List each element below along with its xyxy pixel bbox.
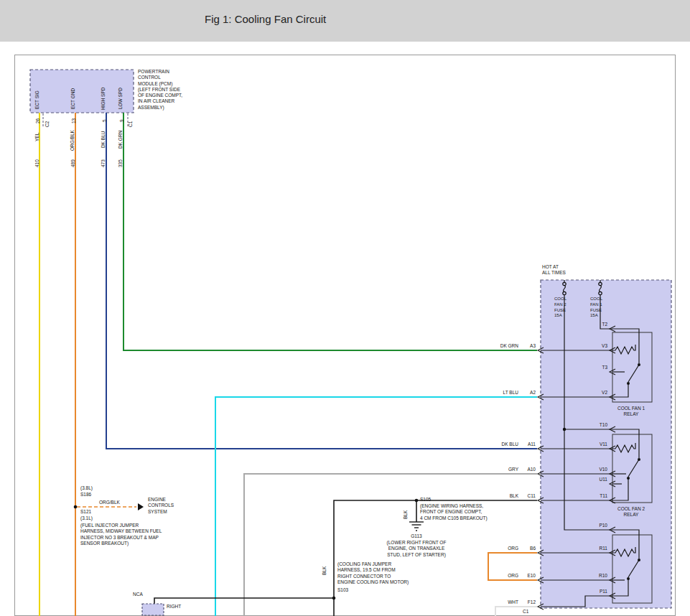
- relay1-pin-v2: V2: [589, 390, 607, 395]
- fuse-cool-fan-2-label: COOL FAN 2 FUSE 15A: [554, 297, 567, 319]
- relay2-pin-t10: T10: [589, 422, 607, 427]
- pcm-description: POWERTRAIN CONTROL MODULE (PCM) (LEFT FR…: [138, 69, 182, 111]
- input-color-blk: BLK: [488, 493, 518, 499]
- pcm-pin-signal-high-spd: HIGH SPD: [101, 88, 106, 110]
- s121-name: S121: [80, 509, 91, 515]
- input-color-gry: GRY: [488, 467, 518, 472]
- relay2-pin-v10: V10: [589, 467, 607, 472]
- pcm-connector-c1: C1: [128, 121, 134, 127]
- s105-description: (ENGINE WIRING HARNESS, FRONT OF ENGINE …: [420, 503, 488, 521]
- relay3-pin-p11: P11: [589, 589, 607, 594]
- pcm-pin-number-13: 13: [71, 118, 77, 123]
- g113-description: (LOWER RIGHT FRONT OF ENGINE, ON TRANSAX…: [379, 540, 454, 558]
- input-color-org-e10: ORG: [488, 573, 518, 579]
- s186-name: S186: [80, 492, 91, 498]
- relay1-pin-v3: V3: [589, 343, 607, 348]
- input-pin-a3: A3: [521, 343, 536, 349]
- wire-color-dkgrn: DK GRN: [118, 131, 123, 149]
- nca-label: NCA: [133, 592, 143, 597]
- s103-wire-label: BLK: [322, 566, 327, 575]
- relay3-pin-r11: R11: [589, 546, 607, 551]
- input-color-dkgrn: DK GRN: [488, 343, 518, 349]
- pcm-pin-signal-ect-gnd: ECT GND: [70, 88, 76, 109]
- relay1-pin-t3: T3: [589, 365, 607, 370]
- circuit-489: 489: [70, 159, 76, 167]
- s105-wire-label: BLK: [403, 510, 409, 519]
- pcm-pin-number-9: 9: [119, 119, 125, 122]
- cool-fan-2-relay-label: COOL FAN 2 RELAY: [609, 506, 653, 518]
- input-pin-e10: E10: [521, 573, 536, 579]
- s186-wire-label: ORG/BLK: [99, 500, 120, 505]
- s121-description: (FUEL INJECTOR JUMPER HARNESS, MIDWAY BE…: [80, 523, 162, 546]
- relay3-pin-r10: R10: [589, 573, 607, 578]
- engine-controls-system: ENGINE CONTROLS SYSTEM: [148, 497, 174, 515]
- s121-engine: (3.1L): [80, 515, 93, 521]
- g113-name: G113: [397, 533, 436, 539]
- circuit-473: 473: [101, 159, 106, 167]
- right-fan-label: RIGHT: [167, 604, 181, 610]
- input-pin-f12: F12: [521, 599, 536, 605]
- relay3-pin-p10: P10: [589, 523, 607, 528]
- input-pin-a11: A11: [521, 442, 536, 447]
- relay2-pin-t11: T11: [589, 493, 607, 498]
- panel-connector-c1: C1: [523, 609, 528, 615]
- input-pin-b6: B6: [521, 546, 536, 551]
- input-color-ltblu: LT BLU: [488, 390, 518, 396]
- wire-color-yel: YEL: [34, 133, 40, 141]
- pcm-pin-signal-ect-sig: ECT SIG: [34, 90, 40, 109]
- relay2-pin-v11: V11: [589, 442, 607, 447]
- circuit-410: 410: [34, 159, 40, 167]
- wire-color-dkblu: DK BLU: [101, 131, 106, 148]
- s186-engine: (3.8L): [80, 485, 93, 491]
- right-fan-connector-box: [142, 604, 164, 615]
- diagram-page: Fig 1: Cooling Fan Circuit: [0, 0, 690, 616]
- circuit-335: 335: [118, 159, 123, 167]
- wire-color-orgblk: ORG/BLK: [70, 130, 75, 151]
- input-color-org-b6: ORG: [488, 546, 518, 551]
- relay2-pin-u11: U11: [589, 477, 607, 482]
- input-pin-a10: A10: [521, 467, 536, 472]
- s105-name: S105: [420, 497, 431, 503]
- pcm-pin-number-26: 26: [35, 118, 41, 123]
- input-pin-c11: C11: [521, 493, 536, 499]
- input-pin-a2: A2: [521, 390, 536, 396]
- hot-at-all-times: HOT AT ALL TIMES: [542, 264, 566, 276]
- pcm-pin-signal-low-spd: LOW SPD: [118, 88, 123, 109]
- pcm-connector-c2: C2: [45, 121, 50, 127]
- relay1-pin-t2: T2: [589, 322, 607, 327]
- fuse-cool-fan-1-label: COOL FAN 1 FUSE 15A: [590, 297, 602, 319]
- cool-fan-1-relay-label: COOL FAN 1 RELAY: [609, 406, 653, 418]
- s103-description: (COOLING FAN JUMPER HARNESS, 19.5 CM FRO…: [337, 561, 409, 585]
- input-color-wht: WHT: [488, 599, 518, 605]
- input-color-dkblu: DK BLU: [488, 442, 518, 447]
- pcm-pin-number-5: 5: [102, 119, 108, 122]
- s103-name: S103: [337, 587, 348, 593]
